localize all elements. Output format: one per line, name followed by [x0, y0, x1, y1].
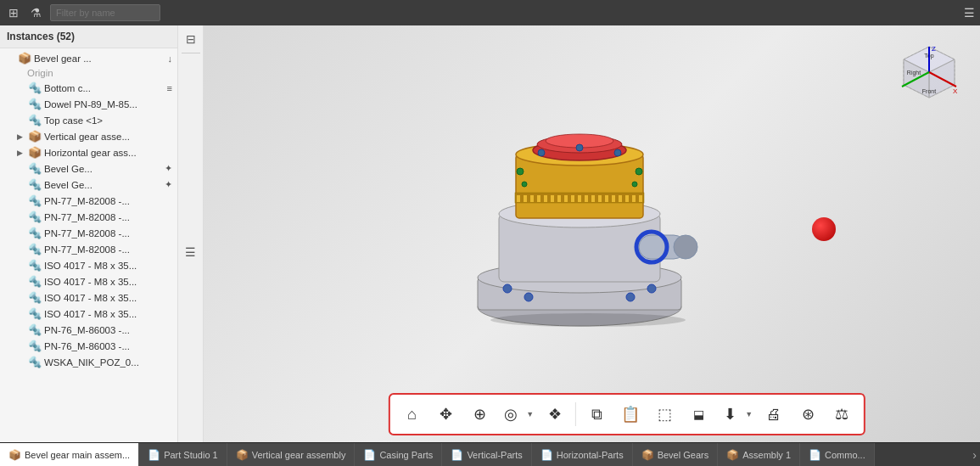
tree-item-14[interactable]: 🔩 ISO 4017 - M8 x 35... [0, 273, 177, 289]
tree-item-3[interactable]: 🔩 Dowel PN-89_M-85... [0, 96, 177, 112]
item-label-8: Bevel Ge... [44, 180, 160, 190]
copy-button[interactable]: ⧉ [581, 399, 612, 430]
item-badge-7: ✦ [165, 163, 172, 174]
scale-button[interactable]: ⚖ [826, 399, 857, 430]
item-type-icon-15: 🔩 [28, 291, 42, 304]
tree-item-17[interactable]: 🔩 PN-76_M-86003 -... [0, 322, 177, 338]
tree-item-1[interactable]: Origin [0, 66, 177, 80]
tab-label-0: Bevel gear main assem... [25, 450, 130, 460]
replace-button[interactable]: ⬓ [683, 399, 714, 430]
item-type-icon-4: 🔩 [28, 114, 42, 126]
tree-item-2[interactable]: 🔩 Bottom c... ≡ [0, 80, 177, 96]
tree-item-10[interactable]: 🔩 PN-77_M-82008 -... [0, 209, 177, 225]
tab-2[interactable]: 📦Vertical gear assembly [227, 443, 356, 466]
tree-item-5[interactable]: ▶ 📦 Vertical gear asse... [0, 128, 177, 144]
home-button[interactable]: ⌂ [396, 399, 427, 430]
item-label-12: PN-77_M-82008 -... [44, 244, 168, 255]
tab-4[interactable]: 📄Vertical-Parts [442, 443, 531, 466]
svg-rect-20 [578, 195, 581, 202]
item-label-0: Bevel gear ... [34, 53, 164, 64]
svg-rect-17 [557, 195, 561, 202]
instances-icon[interactable]: ⊞ [5, 4, 22, 21]
move-rotate-button[interactable]: ✥ [430, 399, 461, 430]
list-icon-btn[interactable]: ☰ [185, 245, 196, 259]
svg-point-34 [647, 284, 656, 293]
tree-item-12[interactable]: 🔩 PN-77_M-82008 -... [0, 241, 177, 257]
tree-item-9[interactable]: 🔩 PN-77_M-82008 -... [0, 193, 177, 209]
snap-chevron[interactable]: ▼ [524, 410, 536, 418]
expand-icon-5[interactable]: ▶ [17, 132, 25, 141]
pattern-button[interactable]: ❖ [540, 399, 570, 430]
item-type-icon-18: 🔩 [28, 340, 42, 352]
paste-button[interactable]: 📋 [615, 399, 646, 430]
tab-scroll-arrow[interactable]: › [969, 448, 980, 462]
svg-rect-24 [605, 195, 608, 202]
svg-rect-28 [632, 195, 636, 202]
tab-0[interactable]: 📦Bevel gear main assem... [0, 443, 139, 466]
sidebar-tree[interactable]: 📦 Bevel gear ... ↓ Origin 🔩 Bottom c... … [0, 48, 177, 442]
tab-8[interactable]: 📄Commo... [800, 443, 875, 466]
svg-rect-12 [524, 195, 527, 202]
print-button[interactable]: 🖨 [759, 399, 789, 430]
item-label-6: Horizontal gear ass... [44, 148, 168, 158]
svg-text:Right: Right [907, 70, 921, 76]
item-label-9: PN-77_M-82008 -... [44, 196, 168, 206]
svg-rect-25 [612, 195, 615, 202]
tab-3[interactable]: 📄Casing Parts [355, 443, 442, 466]
item-type-icon-0: 📦 [18, 52, 31, 65]
tree-item-18[interactable]: 🔩 PN-76_M-86003 -... [0, 338, 177, 354]
item-badge-2: ≡ [167, 83, 172, 93]
app-container: ⊞ ⚗ ☰ Instances (52) 📦 Bevel gear ... ↓ … [0, 0, 980, 466]
tab-label-1: Part Studio 1 [164, 450, 218, 460]
item-type-icon-11: 🔩 [28, 227, 42, 239]
svg-text:X: X [953, 87, 958, 95]
tree-item-15[interactable]: 🔩 ISO 4017 - M8 x 35... [0, 289, 177, 306]
tree-item-16[interactable]: 🔩 ISO 4017 - M8 x 35... [0, 306, 177, 322]
item-type-icon-13: 🔩 [28, 259, 42, 272]
tab-1[interactable]: 📄Part Studio 1 [139, 443, 227, 466]
svg-rect-26 [619, 195, 622, 202]
svg-rect-18 [564, 195, 568, 202]
tab-6[interactable]: 📦Bevel Gears [633, 443, 719, 466]
item-label-5: Vertical gear asse... [44, 132, 168, 142]
tab-icon-0: 📦 [8, 449, 21, 461]
item-label-13: ISO 4017 - M8 x 35... [44, 261, 168, 271]
item-label-15: ISO 4017 - M8 x 35... [44, 293, 168, 303]
tab-5[interactable]: 📄Horizontal-Parts [532, 443, 633, 466]
tab-7[interactable]: 📦Assembly 1 [718, 443, 800, 466]
insert-button[interactable]: ⬚ [649, 399, 680, 430]
tree-item-11[interactable]: 🔩 PN-77_M-82008 -... [0, 225, 177, 241]
item-label-14: ISO 4017 - M8 x 35... [44, 277, 168, 287]
list-view-icon[interactable]: ☰ [964, 6, 975, 20]
svg-rect-13 [530, 195, 534, 202]
tree-item-19[interactable]: 🔩 WSKA_NIK_POZ_0... [0, 354, 177, 370]
orientation-cube[interactable]: Front Right Top Z X [895, 42, 963, 110]
tab-label-7: Assembly 1 [742, 450, 791, 460]
collapse-sidebar-btn[interactable]: ⊟ [184, 31, 198, 48]
item-label-2: Bottom c... [44, 83, 163, 93]
tree-item-8[interactable]: 🔩 Bevel Ge... ✦ [0, 177, 177, 193]
3d-model [452, 104, 707, 341]
viewport[interactable]: Front Right Top Z X ⊟ [178, 25, 980, 442]
filter-icon[interactable]: ⚗ [27, 4, 45, 21]
snap-button[interactable]: ◎ [498, 399, 524, 430]
tab-label-4: Vertical-Parts [467, 450, 522, 460]
item-type-icon-3: 🔩 [28, 98, 42, 110]
tree-item-6[interactable]: ▶ 📦 Horizontal gear ass... [0, 144, 177, 160]
svg-rect-23 [598, 195, 602, 202]
expand-icon-6[interactable]: ▶ [17, 149, 25, 157]
item-label-4: Top case <1> [44, 115, 168, 126]
item-badge-0: ↓ [168, 53, 173, 64]
coil-button[interactable]: ⊛ [792, 399, 823, 430]
tree-item-7[interactable]: 🔩 Bevel Ge... ✦ [0, 160, 177, 177]
tree-item-4[interactable]: 🔩 Top case <1> [0, 112, 177, 128]
tree-item-0[interactable]: 📦 Bevel gear ... ↓ [0, 50, 177, 66]
tree-item-13[interactable]: 🔩 ISO 4017 - M8 x 35... [0, 257, 177, 273]
download-chevron[interactable]: ▼ [742, 410, 755, 418]
filter-input[interactable] [50, 4, 160, 21]
svg-point-42 [522, 182, 527, 187]
transform-button[interactable]: ⊕ [464, 399, 495, 430]
download-button[interactable]: ⬇ [717, 399, 742, 430]
item-type-icon-9: 🔩 [28, 194, 42, 207]
svg-point-39 [576, 144, 583, 151]
